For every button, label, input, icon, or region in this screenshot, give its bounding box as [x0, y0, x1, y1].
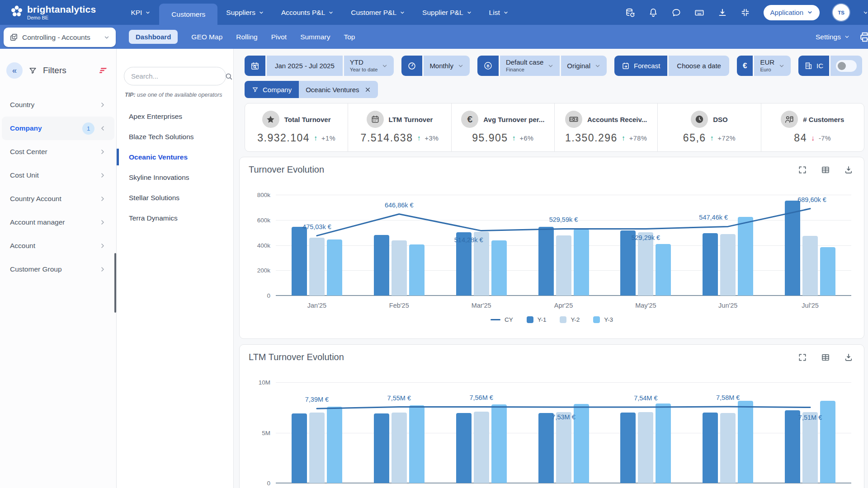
table-icon[interactable]: [821, 165, 830, 174]
frequency-dropdown[interactable]: Monthly: [424, 56, 470, 76]
bar-y-3-may25[interactable]: [656, 244, 671, 296]
chat-icon[interactable]: [671, 8, 681, 18]
kpi-card-total-turnover[interactable]: Total Turnover3.932.104↑+1%: [245, 103, 348, 151]
legend-item-y-2[interactable]: Y-2: [560, 316, 580, 323]
report-selector[interactable]: Controlling - Accounts: [4, 28, 116, 47]
bar-y-3-jul25[interactable]: [820, 401, 835, 483]
tab-pivot[interactable]: Pivot: [271, 33, 287, 41]
sidebar-filter-customer-group[interactable]: Customer Group: [2, 258, 114, 281]
calendar-search-icon[interactable]: [245, 56, 265, 76]
bar-y-3-jun25[interactable]: [738, 217, 753, 296]
kpi-card-accounts-receiv-[interactable]: Accounts Receiv...1.350.296↑+78%: [555, 103, 658, 151]
bar-y-2-jul25[interactable]: [802, 236, 818, 296]
tab-rolling[interactable]: Rolling: [236, 33, 257, 41]
user-avatar[interactable]: TS: [833, 4, 849, 21]
bar-y-1-apr25[interactable]: [538, 413, 554, 483]
kpi-card-ltm-turnover[interactable]: LTM Turnover7.514.638↑+3%: [348, 103, 451, 151]
legend-item-y-3[interactable]: Y-3: [593, 316, 613, 323]
clear-filters-icon[interactable]: [99, 67, 108, 74]
download-icon[interactable]: [717, 8, 727, 18]
bar-y-2-mar25[interactable]: [474, 412, 489, 483]
database-sync-icon[interactable]: [625, 8, 635, 18]
legend-item-cy[interactable]: CY: [491, 316, 513, 323]
bar-y-1-apr25[interactable]: [538, 227, 554, 296]
period-type-dropdown[interactable]: YTDYear to date: [344, 56, 394, 76]
print-icon[interactable]: [859, 31, 868, 43]
bell-icon[interactable]: [648, 8, 658, 18]
sidebar-filter-cost-unit[interactable]: Cost Unit: [2, 164, 114, 187]
bar-y-2-jun25[interactable]: [720, 234, 736, 296]
bar-y-2-jan25[interactable]: [309, 238, 325, 296]
compress-icon[interactable]: [741, 8, 750, 18]
euro-icon[interactable]: €: [737, 56, 753, 76]
bar-y-1-may25[interactable]: [620, 413, 636, 483]
bar-y-1-jun25[interactable]: [703, 233, 718, 296]
bar-y-3-apr25[interactable]: [574, 229, 589, 296]
bar-y-2-may25[interactable]: [638, 412, 653, 483]
list-item-blaze-tech-solutions[interactable]: Blaze Tech Solutions: [117, 127, 233, 147]
bar-y-2-jun25[interactable]: [720, 413, 736, 483]
search-icon[interactable]: [225, 72, 233, 80]
nav-item-kpi[interactable]: KPI: [122, 0, 159, 25]
currency-dropdown[interactable]: EUREuro: [754, 56, 791, 76]
intercompany-toggle[interactable]: [830, 56, 862, 76]
chart-download-icon[interactable]: [844, 353, 853, 362]
bar-y-2-feb25[interactable]: [392, 413, 407, 483]
budget-circle-icon[interactable]: B: [477, 56, 499, 76]
sidebar-filter-account-manager[interactable]: Account manager: [2, 211, 114, 234]
expand-icon[interactable]: [798, 165, 807, 174]
collapse-sidebar-button[interactable]: «: [6, 62, 23, 79]
bar-y-1-feb25[interactable]: [374, 235, 389, 296]
settings-dropdown[interactable]: Settings: [816, 33, 850, 41]
bar-y-1-jan25[interactable]: [292, 227, 307, 296]
nav-item-customers[interactable]: Customers: [159, 4, 217, 25]
filter-tag-dimension[interactable]: Company: [245, 81, 299, 98]
bar-y-3-feb25[interactable]: [409, 244, 425, 296]
bar-y-2-may25[interactable]: [638, 232, 653, 296]
sidebar-filter-country-account[interactable]: Country Account: [2, 187, 114, 211]
sidebar-scrollbar[interactable]: [114, 253, 116, 313]
nav-item-list[interactable]: List: [481, 0, 517, 25]
toggle-track[interactable]: [836, 60, 857, 72]
nav-item-accounts-p-l[interactable]: Accounts P&L: [273, 0, 342, 25]
legend-item-y-1[interactable]: Y-1: [527, 316, 547, 323]
list-item-oceanic-ventures[interactable]: Oceanic Ventures: [117, 147, 233, 167]
application-dropdown[interactable]: Application: [764, 5, 820, 20]
tab-geo-map[interactable]: GEO Map: [191, 33, 222, 41]
tab-summary[interactable]: Summary: [300, 33, 330, 41]
list-item-skyline-innovations[interactable]: Skyline Innovations: [117, 167, 233, 188]
bar-y-1-mar25[interactable]: [456, 413, 472, 483]
close-icon[interactable]: [364, 86, 371, 93]
list-item-apex-enterprises[interactable]: Apex Enterprises: [117, 106, 233, 127]
table-icon[interactable]: [821, 353, 830, 362]
kpi-card-dso[interactable]: DSO65,6↑+72%: [658, 103, 761, 151]
bar-y-3-feb25[interactable]: [409, 405, 425, 483]
bar-y-3-apr25[interactable]: [574, 404, 589, 483]
sidebar-filter-cost-center[interactable]: Cost Center: [2, 140, 114, 164]
kpi-card--customers[interactable]: # Customers84↓-7%: [761, 103, 864, 151]
nav-item-suppliers[interactable]: Suppliers: [217, 0, 273, 25]
version-dropdown[interactable]: Original: [561, 56, 607, 76]
chart-download-icon[interactable]: [844, 165, 853, 174]
clock-icon[interactable]: [401, 56, 422, 76]
bar-y-1-jul25[interactable]: [785, 201, 800, 296]
bar-y-3-jul25[interactable]: [820, 247, 835, 296]
sidebar-filter-country[interactable]: Country: [2, 93, 114, 117]
bar-y-2-jul25[interactable]: [802, 412, 818, 483]
keyboard-icon[interactable]: [694, 8, 704, 18]
nav-item-customer-p-l[interactable]: Customer P&L: [342, 0, 414, 25]
date-range-value[interactable]: Jan 2025 - Jul 2025: [267, 56, 343, 76]
bar-y-3-jan25[interactable]: [327, 239, 342, 296]
chevron-down-icon[interactable]: [863, 9, 867, 16]
case-dropdown[interactable]: Default caseFinance: [500, 56, 560, 76]
tab-dashboard[interactable]: Dashboard: [129, 30, 178, 44]
bar-y-3-mar25[interactable]: [491, 240, 507, 296]
bar-y-3-jan25[interactable]: [327, 407, 342, 483]
bar-y-2-jan25[interactable]: [309, 413, 325, 483]
sidebar-filter-company[interactable]: Company1: [2, 117, 114, 140]
sidebar-filter-account[interactable]: Account: [2, 234, 114, 258]
bar-y-1-feb25[interactable]: [374, 413, 389, 483]
list-item-stellar-solutions[interactable]: Stellar Solutions: [117, 188, 233, 208]
choose-date-button[interactable]: Choose a date: [669, 56, 729, 76]
bar-y-3-mar25[interactable]: [491, 404, 507, 483]
